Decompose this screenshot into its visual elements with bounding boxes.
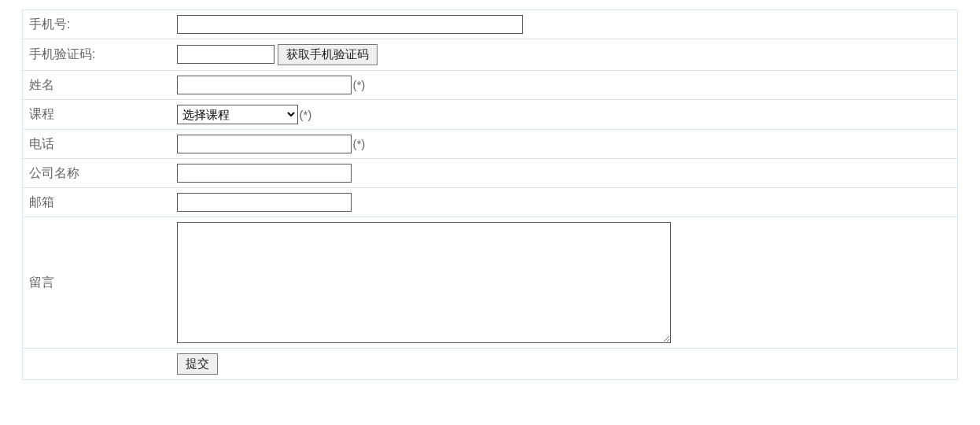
message-textarea[interactable] bbox=[177, 222, 671, 343]
label-tel: 电话 bbox=[23, 130, 171, 159]
label-message: 留言 bbox=[23, 217, 171, 349]
row-email: 邮箱 bbox=[23, 188, 958, 217]
row-phone-code: 手机验证码: 获取手机验证码 bbox=[23, 39, 958, 71]
row-submit: 提交 bbox=[23, 349, 958, 380]
company-input[interactable] bbox=[177, 164, 352, 183]
submit-button[interactable]: 提交 bbox=[177, 353, 218, 375]
row-company: 公司名称 bbox=[23, 159, 958, 188]
required-mark-tel: (*) bbox=[353, 137, 366, 150]
required-mark-name: (*) bbox=[353, 78, 366, 91]
label-company: 公司名称 bbox=[23, 159, 171, 188]
label-submit-empty bbox=[23, 349, 171, 380]
row-course: 课程 选择课程 (*) bbox=[23, 100, 958, 130]
label-course: 课程 bbox=[23, 100, 171, 130]
label-name: 姓名 bbox=[23, 71, 171, 100]
label-phone: 手机号: bbox=[23, 10, 171, 39]
row-tel: 电话 (*) bbox=[23, 130, 958, 159]
label-email: 邮箱 bbox=[23, 188, 171, 217]
row-message: 留言 bbox=[23, 217, 958, 349]
get-phone-code-button[interactable]: 获取手机验证码 bbox=[278, 44, 378, 65]
required-mark-course: (*) bbox=[300, 108, 312, 121]
registration-form: 手机号: 手机验证码: 获取手机验证码 姓名 (*) 课程 选择课程 (*) 电… bbox=[22, 9, 958, 380]
email-input[interactable] bbox=[177, 193, 352, 212]
label-phone-code: 手机验证码: bbox=[23, 39, 171, 71]
row-phone: 手机号: bbox=[23, 10, 958, 39]
phone-code-input[interactable] bbox=[177, 45, 274, 64]
course-select[interactable]: 选择课程 bbox=[177, 105, 298, 124]
row-name: 姓名 (*) bbox=[23, 71, 958, 100]
tel-input[interactable] bbox=[177, 135, 352, 153]
name-input[interactable] bbox=[177, 76, 352, 94]
phone-input[interactable] bbox=[177, 15, 523, 34]
